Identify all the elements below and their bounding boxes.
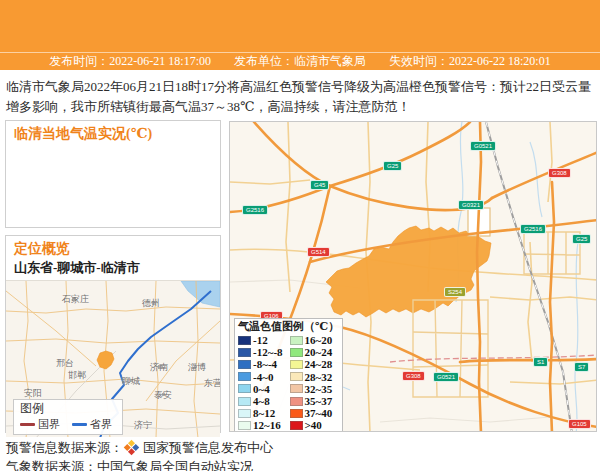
temperature-legend-row: 16~20 (290, 334, 340, 346)
temperature-legend-row: 8~12 (238, 407, 288, 419)
warning-source-prefix: 预警信息数据来源： (6, 438, 123, 457)
temperature-range-label: -4~0 (253, 371, 273, 383)
temperature-color-swatch (238, 336, 251, 345)
road-badge: G45 (310, 180, 329, 190)
temperature-color-swatch (290, 384, 303, 393)
warning-source-name: 国家预警信息发布中心 (143, 438, 273, 457)
temperature-range-label: 35~37 (305, 395, 333, 407)
temperature-range-label: 8~12 (253, 407, 275, 419)
temperature-color-swatch (290, 421, 303, 430)
temperature-color-swatch (238, 397, 251, 406)
temperature-range-label: 0~4 (253, 383, 270, 395)
road-badge: G0321 (458, 200, 484, 210)
temperature-color-swatch (290, 336, 303, 345)
city-label: 淄博 (188, 361, 206, 374)
publish-time: 发布时间：2022-06-21 18:17:00 (49, 54, 211, 68)
publish-info-bar: 发布时间：2022-06-21 18:17:00 发布单位：临清市气象局 失效时… (0, 52, 600, 70)
temperature-legend-title: 气温色值图例（℃） (238, 320, 339, 333)
temperature-range-label: 20~24 (305, 346, 333, 358)
temperature-range-label: >40 (305, 419, 322, 431)
temperature-range-label: 12~16 (253, 419, 281, 431)
temperature-range-label: -8~-4 (253, 358, 277, 370)
temperature-range-label: 16~20 (305, 334, 333, 346)
city-label: 德州 (142, 297, 160, 310)
temperature-legend-row: -8~-4 (238, 358, 288, 370)
temperature-color-swatch (290, 397, 303, 406)
road-badge: S7 (574, 362, 589, 372)
page-header-banner (0, 0, 600, 52)
warning-notice-text: 临清市气象局2022年06月21日18时17分将高温红色预警信号降级为高温橙色预… (0, 70, 600, 120)
temperature-legend-row: -12 (238, 334, 288, 346)
data-sources: 预警信息数据来源： 国家预警信息发布中心 气象数据来源：中国气象局全国自动站实况 (0, 433, 600, 471)
weather-source-line: 气象数据来源：中国气象局全国自动站实况 (6, 457, 600, 471)
temperature-legend-row: 37~40 (290, 407, 340, 419)
road-badge: S254 (444, 287, 466, 297)
temperature-color-swatch (290, 348, 303, 357)
road-badge: G308 (548, 168, 571, 178)
temperature-color-swatch (238, 348, 251, 357)
temperature-color-swatch (238, 421, 251, 430)
temperature-range-label: -12 (253, 334, 268, 346)
local-temperature-panel: 临清当地气温实况(℃) (5, 120, 221, 228)
temperature-legend-row: 35~37 (290, 395, 340, 407)
minimap-legend-row: 国界 (20, 417, 60, 432)
temperature-color-swatch (290, 372, 303, 381)
road-badge: G0521 (433, 372, 459, 382)
temperature-legend-row: 28~32 (290, 371, 340, 383)
road-badge: G25 (383, 161, 402, 171)
temperature-legend-row: -12~-8 (238, 346, 288, 358)
city-label: 东营 (204, 377, 220, 390)
minimap-legend-title: 图例 (20, 402, 116, 415)
city-label: 邯郸 (68, 369, 86, 382)
city-label: 济宁 (134, 419, 152, 432)
temperature-color-swatch (290, 409, 303, 418)
temperature-color-swatch (238, 384, 251, 393)
temperature-legend: 气温色值图例（℃） -12-12~-8-8~-4-4~00~44~88~1212… (234, 318, 343, 432)
temperature-range-label: 37~40 (305, 407, 333, 419)
minimap-legend: 图例 国界省界 (13, 399, 123, 435)
boundary-line-swatch (72, 423, 87, 426)
temperature-legend-row: 32~35 (290, 383, 340, 395)
temperature-legend-row: 12~16 (238, 419, 288, 431)
temperature-color-swatch (290, 360, 303, 369)
temperature-legend-row: 0~4 (238, 383, 288, 395)
temperature-range-label: 4~8 (253, 395, 270, 407)
city-label: 石家庄 (62, 293, 89, 306)
national-warning-logo-icon (124, 440, 140, 456)
boundary-label: 国界 (38, 417, 60, 432)
temperature-range-label: 28~32 (305, 371, 333, 383)
temperature-color-swatch (238, 372, 251, 381)
temperature-legend-row: 4~8 (238, 395, 288, 407)
city-label: 聊城 (122, 375, 140, 388)
temperature-range-label: 24~28 (305, 358, 333, 370)
temperature-legend-row: 20~24 (290, 346, 340, 358)
temperature-legend-row: -4~0 (238, 371, 288, 383)
temperature-legend-row: 24~28 (290, 358, 340, 370)
road-badge: S1 (533, 357, 548, 367)
publish-unit: 发布单位：临清市气象局 (234, 54, 366, 68)
local-temperature-title: 临清当地气温实况(℃) (6, 121, 220, 143)
content-area: 临清当地气温实况(℃) 定位概览 山东省-聊城市-临清市 (0, 120, 600, 433)
minimap-legend-row: 省界 (72, 417, 112, 432)
temperature-legend-row: >40 (290, 419, 340, 431)
location-overview-panel: 定位概览 山东省-聊城市-临清市 (5, 235, 221, 433)
warning-source-line: 预警信息数据来源： 国家预警信息发布中心 (6, 438, 600, 457)
temperature-range-label: -12~-8 (253, 346, 283, 358)
road-badge: G25 (572, 234, 591, 244)
boundary-label: 省界 (90, 417, 112, 432)
temperature-legend-grid: -12-12~-8-8~-4-4~00~44~88~1212~1616~2020… (238, 334, 339, 432)
location-breadcrumb: 山东省-聊城市-临清市 (6, 258, 220, 280)
temperature-range-label: 32~35 (305, 383, 333, 395)
overview-minimap[interactable]: 石家庄德州邢台邯郸安阳济南淄博东营聊城泰安济宁 图例 国界省界 (6, 280, 220, 437)
city-label: 泰安 (154, 389, 172, 402)
road-badge: G2516 (242, 205, 268, 215)
road-badge: G308 (402, 371, 425, 381)
main-weather-map[interactable]: G45G25G0521G308G2516G0321G2516G25G514S25… (229, 121, 597, 432)
road-badge: G514 (307, 247, 330, 257)
temperature-color-swatch (238, 409, 251, 418)
expire-time: 失效时间：2022-06-22 18:20:01 (389, 54, 551, 68)
road-badge: G2516 (520, 224, 546, 234)
location-overview-title: 定位概览 (6, 236, 220, 258)
city-label: 济南 (150, 361, 168, 374)
road-badge: G0521 (470, 141, 496, 151)
